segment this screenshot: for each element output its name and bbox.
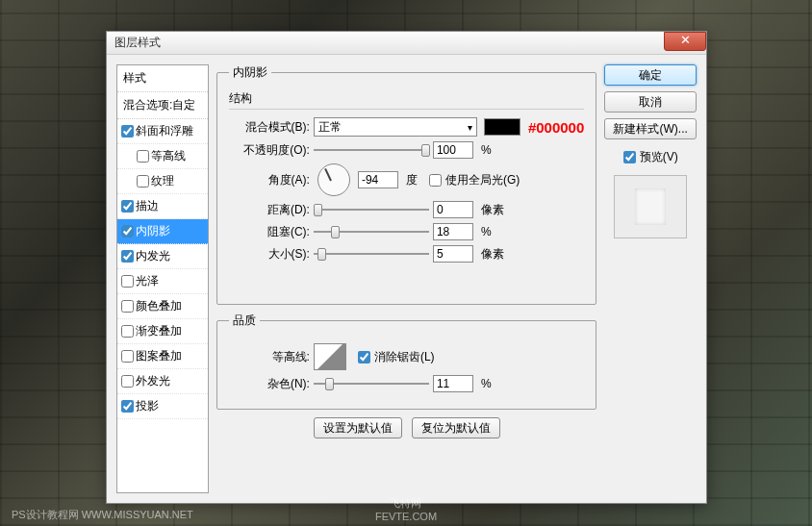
contour-label: 等高线:: [229, 349, 310, 365]
sidebar-item-checkbox[interactable]: [137, 175, 149, 188]
color-hex-label: #000000: [528, 119, 584, 136]
sidebar-item-6[interactable]: 光泽: [117, 269, 208, 294]
distance-label: 距离(D):: [229, 202, 310, 218]
new-style-button[interactable]: 新建样式(W)...: [604, 118, 697, 139]
preview-checkbox[interactable]: [623, 151, 636, 163]
close-button[interactable]: ✕: [664, 32, 706, 51]
sidebar-item-checkbox[interactable]: [137, 150, 149, 163]
choke-input[interactable]: [433, 223, 473, 240]
choke-slider[interactable]: [314, 224, 429, 239]
contour-picker[interactable]: [314, 343, 346, 370]
inner-shadow-group: 内阴影 结构 混合模式(B): 正常 #000000 不透明度(O):: [216, 64, 596, 305]
distance-input[interactable]: [433, 201, 473, 218]
layer-style-dialog: 图层样式 ✕ 样式 混合选项:自定 斜面和浮雕等高线纹理描边内阴影内发光光泽颜色…: [106, 31, 707, 504]
noise-slider[interactable]: [314, 376, 429, 391]
distance-slider[interactable]: [314, 202, 429, 217]
opacity-slider[interactable]: [314, 142, 429, 158]
structure-group: 结构 混合模式(B): 正常 #000000 不透明度(O): %: [229, 90, 584, 267]
antialias-checkbox[interactable]: [358, 351, 370, 363]
global-light-checkbox[interactable]: [429, 174, 442, 187]
sidebar-item-4[interactable]: 内阴影: [117, 219, 208, 244]
sidebar-item-label: 光泽: [136, 273, 159, 289]
make-default-button[interactable]: 设置为默认值: [314, 417, 402, 438]
opacity-label: 不透明度(O):: [229, 142, 310, 159]
sidebar-item-2[interactable]: 纹理: [117, 169, 208, 194]
opacity-input[interactable]: [433, 141, 473, 159]
titlebar[interactable]: 图层样式 ✕: [107, 32, 706, 55]
cancel-button[interactable]: 取消: [604, 91, 697, 113]
sidebar-item-label: 颜色叠加: [136, 298, 182, 314]
sidebar-item-checkbox[interactable]: [121, 350, 134, 363]
sidebar-item-checkbox[interactable]: [121, 375, 134, 388]
sidebar-item-label: 描边: [136, 198, 159, 214]
preview-label: 预览(V): [640, 149, 678, 165]
structure-legend: 结构: [229, 91, 252, 105]
quality-legend: 品质: [229, 313, 260, 329]
antialias-label: 消除锯齿(L): [374, 349, 435, 365]
sidebar-item-label: 等高线: [151, 148, 186, 164]
blend-mode-dropdown[interactable]: 正常: [314, 117, 477, 137]
watermark-left: PS设计教程网 WWW.MISSYUAN.NET: [12, 508, 193, 522]
sidebar-item-checkbox[interactable]: [121, 275, 134, 288]
sidebar-header-styles[interactable]: 样式: [117, 65, 208, 92]
sidebar-item-checkbox[interactable]: [121, 250, 134, 263]
sidebar-item-label: 图案叠加: [136, 348, 182, 364]
noise-label: 杂色(N):: [229, 376, 310, 392]
preview-thumbnail: [614, 175, 687, 238]
sidebar-item-label: 外发光: [136, 373, 170, 389]
angle-dial[interactable]: [317, 163, 350, 196]
sidebar-item-label: 渐变叠加: [136, 323, 182, 339]
sidebar-header-blend[interactable]: 混合选项:自定: [117, 92, 208, 119]
dialog-title: 图层样式: [114, 35, 161, 51]
right-panel: 确定 取消 新建样式(W)... 预览(V): [604, 64, 697, 493]
styles-sidebar: 样式 混合选项:自定 斜面和浮雕等高线纹理描边内阴影内发光光泽颜色叠加渐变叠加图…: [116, 64, 209, 493]
sidebar-item-checkbox[interactable]: [121, 400, 134, 413]
sidebar-item-9[interactable]: 图案叠加: [117, 344, 208, 369]
blend-mode-label: 混合模式(B):: [229, 119, 310, 136]
size-slider[interactable]: [314, 246, 429, 262]
noise-input[interactable]: [433, 375, 473, 392]
sidebar-item-checkbox[interactable]: [121, 300, 134, 313]
sidebar-item-5[interactable]: 内发光: [117, 244, 208, 269]
sidebar-item-label: 投影: [136, 398, 159, 414]
choke-label: 阻塞(C):: [229, 224, 310, 240]
sidebar-item-label: 内发光: [136, 248, 170, 264]
sidebar-item-checkbox[interactable]: [121, 325, 134, 338]
sidebar-item-7[interactable]: 颜色叠加: [117, 294, 208, 319]
sidebar-item-3[interactable]: 描边: [117, 194, 208, 219]
sidebar-item-8[interactable]: 渐变叠加: [117, 319, 208, 344]
sidebar-item-label: 纹理: [151, 173, 174, 189]
sidebar-item-checkbox[interactable]: [121, 200, 134, 213]
settings-panel: 内阴影 结构 混合模式(B): 正常 #000000 不透明度(O):: [216, 64, 596, 493]
color-swatch[interactable]: [484, 118, 520, 136]
sidebar-item-10[interactable]: 外发光: [117, 369, 208, 394]
reset-default-button[interactable]: 复位为默认值: [412, 417, 500, 438]
angle-input[interactable]: [358, 171, 398, 188]
ok-button[interactable]: 确定: [604, 64, 697, 86]
angle-label: 角度(A):: [229, 172, 310, 188]
sidebar-item-0[interactable]: 斜面和浮雕: [117, 119, 208, 144]
size-label: 大小(S):: [229, 246, 310, 263]
sidebar-item-label: 内阴影: [136, 223, 170, 239]
sidebar-item-checkbox[interactable]: [121, 125, 134, 138]
panel-title: 内阴影: [229, 64, 271, 81]
close-icon: ✕: [680, 33, 691, 47]
quality-group: 品质 等高线: 消除锯齿(L) 杂色(N): %: [216, 313, 596, 410]
global-light-label: 使用全局光(G): [445, 172, 520, 188]
watermark-center: 飞特网 FEVTE.COM: [375, 496, 437, 522]
sidebar-item-11[interactable]: 投影: [117, 394, 208, 419]
sidebar-item-checkbox[interactable]: [121, 225, 134, 238]
sidebar-item-1[interactable]: 等高线: [117, 144, 208, 169]
size-input[interactable]: [433, 245, 473, 263]
sidebar-item-label: 斜面和浮雕: [136, 123, 193, 139]
